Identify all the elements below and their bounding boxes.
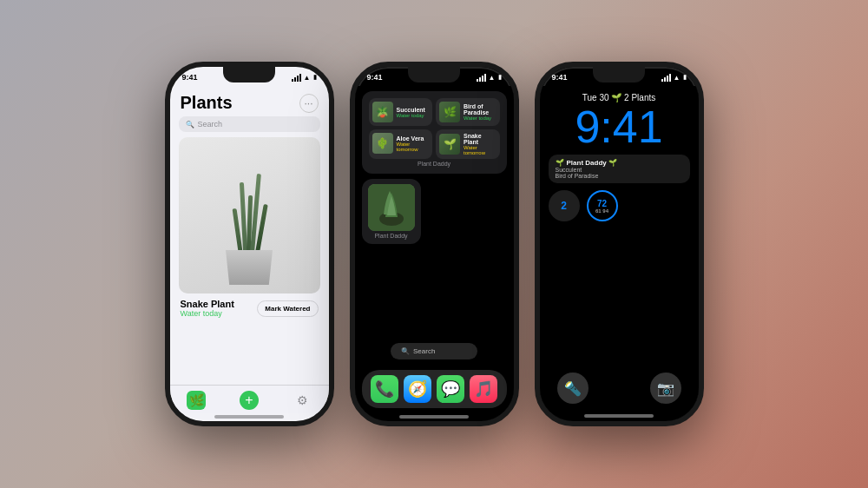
- status-icons-1: ▲ ▮: [292, 74, 317, 82]
- phone-1: 9:41 ▲ ▮ Plants ··· 🔍 Search: [165, 62, 334, 426]
- widget-cell-succulent: 🪴 Succulent Water today: [369, 98, 433, 126]
- battery-icon-3: ▮: [683, 74, 687, 81]
- plants-tab-icon: 🌿: [187, 391, 206, 410]
- plant-info-bar: Snake Plant Water today Mark Watered: [170, 293, 329, 321]
- widget-cell-bird: 🌿 Bird of Paradise Water today: [436, 98, 500, 126]
- dock-safari[interactable]: 🧭: [404, 375, 431, 403]
- lock-widget-bird: Bird of Paradise: [556, 173, 683, 179]
- plants-header: Plants ···: [170, 88, 329, 116]
- plant-icon: 🌱: [556, 159, 564, 167]
- phone1-content: Plants ··· 🔍 Search: [170, 86, 329, 421]
- lock-time: 9:41: [540, 104, 699, 149]
- battery-icon-2: ▮: [498, 74, 502, 81]
- status-icons-3: ▲ ▮: [661, 74, 687, 82]
- bird-thumb: 🌿: [439, 102, 460, 122]
- battery-icon-1: ▮: [313, 74, 317, 81]
- succulent-thumb: 🪴: [372, 102, 393, 122]
- home-indicator-3: [584, 414, 654, 418]
- widget1-label: Plant Daddy: [369, 161, 500, 167]
- plant-name: Snake Plant: [181, 299, 234, 309]
- dock: 📞 🧭 💬 🎵: [362, 370, 507, 408]
- dock-phone[interactable]: 📞: [371, 375, 398, 403]
- tab-add[interactable]: +: [240, 391, 259, 410]
- lock-mini-temp: 72: [595, 199, 608, 208]
- wifi-icon-1: ▲: [304, 74, 311, 82]
- status-icons-2: ▲ ▮: [477, 74, 502, 82]
- plant-pot: [223, 174, 275, 285]
- pot-body: [223, 250, 275, 285]
- lock-bottom: 🔦 📷: [540, 373, 699, 414]
- aloe-water: Water tomorrow: [397, 142, 430, 152]
- status-time-2: 9:41: [367, 73, 383, 82]
- bird-water: Water today: [464, 115, 496, 121]
- lock-widget-succulent: Succulent: [556, 167, 683, 173]
- plant-illustration: [179, 137, 320, 293]
- succulent-water: Water today: [397, 113, 425, 118]
- search-icon-1: 🔍: [186, 121, 194, 129]
- snake-water: Water tomorrow: [464, 145, 496, 155]
- plants-menu-button[interactable]: ···: [299, 94, 319, 113]
- notch-1: [223, 67, 275, 82]
- signal-icon-2: [477, 74, 486, 82]
- lock-mini-range: 61 94: [595, 208, 608, 214]
- phone2-content: 🪴 Succulent Water today 🌿 Bird of Paradi…: [355, 86, 514, 421]
- home-search-text: Search: [413, 347, 435, 355]
- camera-icon: 📷: [657, 380, 674, 397]
- plants-title: Plants: [181, 93, 233, 113]
- status-time-3: 9:41: [552, 73, 568, 82]
- widget-grid: 🪴 Succulent Water today 🌿 Bird of Paradi…: [369, 98, 500, 159]
- snake-name: Snake Plant: [464, 133, 496, 145]
- widget-area: 🪴 Succulent Water today 🌿 Bird of Paradi…: [355, 88, 514, 343]
- tab-plants[interactable]: 🌿: [187, 391, 206, 410]
- camera-button[interactable]: 📷: [650, 373, 681, 404]
- phone3-content: Tue 30 🌱 2 Plants 9:41 🌱 Plant Daddy 🌱 S…: [540, 86, 699, 421]
- lock-widget-plants[interactable]: 🌱 Plant Daddy 🌱 Succulent Bird of Paradi…: [549, 155, 690, 183]
- lock-widget-title: 🌱 Plant Daddy 🌱: [556, 159, 683, 167]
- settings-tab-icon: ⚙: [293, 391, 312, 410]
- signal-icon-1: [292, 74, 301, 82]
- wifi-icon-3: ▲: [674, 74, 681, 82]
- notch-2: [408, 67, 460, 82]
- home-search-bar[interactable]: 🔍 Search: [391, 343, 477, 359]
- search-bar-1[interactable]: 🔍 Search: [179, 116, 320, 132]
- mark-watered-button[interactable]: Mark Watered: [257, 300, 318, 317]
- dock-messages[interactable]: 💬: [437, 375, 464, 403]
- widget2-label: Plant Daddy: [374, 233, 407, 239]
- snake-plant-leaves: [235, 174, 264, 252]
- status-time-1: 9:41: [182, 73, 198, 82]
- lock-widgets: 🌱 Plant Daddy 🌱 Succulent Bird of Paradi…: [540, 151, 699, 187]
- phone-2: 9:41 ▲ ▮ 🪴 Succulent: [350, 62, 519, 426]
- widget-cell-snake: 🌱 Snake Plant Water tomorrow: [436, 129, 500, 159]
- tab-settings[interactable]: ⚙: [293, 391, 312, 410]
- bottom-tabs: 🌿 + ⚙: [170, 385, 329, 413]
- notch-3: [593, 67, 645, 82]
- home-indicator-1: [214, 415, 284, 419]
- widget-cell-aloe: 🌵 Aloe Vera Water tomorrow: [369, 129, 433, 159]
- lock-date: Tue 30 🌱 2 Plants: [540, 88, 699, 102]
- widget-small-plants[interactable]: Plant Daddy: [362, 179, 421, 244]
- signal-icon-3: [661, 74, 671, 82]
- home-indicator-2: [399, 415, 469, 419]
- bird-name: Bird of Paradise: [464, 103, 496, 115]
- aloe-thumb: 🌵: [372, 133, 393, 154]
- ellipsis-icon: ···: [304, 97, 312, 109]
- home-search-icon: 🔍: [401, 347, 410, 355]
- torch-button[interactable]: 🔦: [557, 373, 589, 404]
- snake-thumb: 🌱: [439, 134, 460, 155]
- dock-music[interactable]: 🎵: [470, 375, 497, 403]
- lock-mini-number: 2: [561, 200, 567, 212]
- search-placeholder-1: Search: [198, 120, 223, 129]
- add-tab-icon: +: [240, 391, 259, 410]
- water-status: Water today: [181, 309, 234, 318]
- widget-large-plants[interactable]: 🪴 Succulent Water today 🌿 Bird of Paradi…: [362, 91, 507, 174]
- widget-sm-thumb: [368, 184, 415, 231]
- succulent-name: Succulent: [397, 107, 425, 113]
- aloe-name: Aloe Vera: [397, 135, 430, 142]
- lock-mini-circle: 72 61 94: [587, 190, 618, 221]
- torch-icon: 🔦: [564, 380, 582, 397]
- phone-3: 9:41 ▲ ▮ Tue 30 🌱 2 Plants 9:41 🌱 Plant …: [535, 62, 704, 426]
- plant-image-container: [179, 137, 320, 293]
- lock-mini-count: 2: [549, 190, 580, 221]
- wifi-icon-2: ▲: [489, 74, 496, 82]
